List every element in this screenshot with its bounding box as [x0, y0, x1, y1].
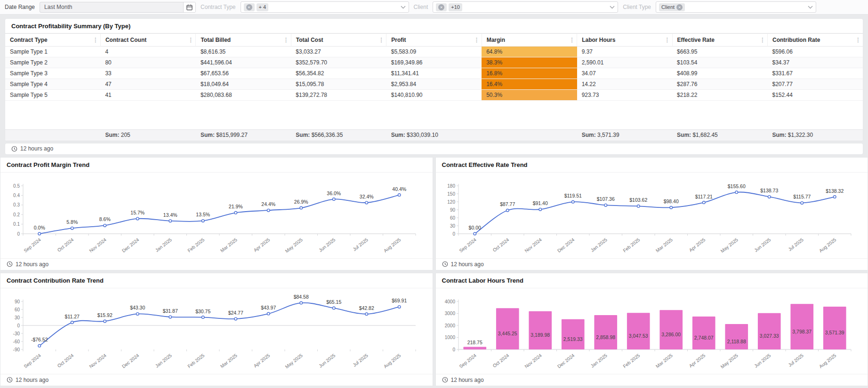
panel-title: Contract Labor Hours Trend [436, 273, 868, 288]
chevron-down-icon[interactable] [610, 6, 615, 9]
column-header-label: Labor Hours [582, 37, 615, 43]
contract-type-more-tag[interactable]: + 4 [257, 3, 269, 11]
contract-contribution-rate-trend-svg: -90-60-300306090Sep 2024Oct 2024Nov 2024… [0, 288, 433, 374]
client-select[interactable]: ✕ +10 [433, 1, 618, 13]
column-header: Profit⋮ [386, 34, 482, 47]
svg-text:-30: -30 [13, 331, 20, 336]
column-menu-icon[interactable]: ⋮ [474, 37, 480, 43]
svg-text:May 2025: May 2025 [719, 237, 739, 253]
panel-updated-text: 12 hours ago [451, 377, 484, 383]
table-row[interactable]: Sample Type 447$18,049.64$15,095.78$2,95… [5, 79, 863, 90]
svg-text:$115.77: $115.77 [793, 194, 811, 199]
svg-text:0.3: 0.3 [13, 202, 20, 207]
sum-cell: Sum: 3,571.39 [577, 130, 672, 141]
table-cell: $5,583.09 [386, 47, 482, 57]
contract-type-selected-tag[interactable]: ✕ [244, 3, 255, 11]
svg-text:Apr 2025: Apr 2025 [688, 237, 706, 253]
table-cell: 923.73 [577, 90, 672, 101]
client-more-tag[interactable]: +10 [449, 3, 462, 11]
column-header: Contract Type⋮ [5, 34, 100, 47]
svg-text:$0.00: $0.00 [468, 225, 481, 230]
filter-bar: Date Range Last Month Contract Type ✕ + … [0, 0, 868, 15]
svg-text:3,189.98: 3,189.98 [530, 332, 550, 338]
effective-rate-chart-canvas[interactable]: 0306090120150180Sep 2024Oct 2024Nov 2024… [436, 173, 868, 258]
panel-effective-rate-trend: Contract Effective Rate Trend 0306090120… [435, 157, 868, 270]
svg-text:Jul 2025: Jul 2025 [352, 237, 369, 252]
svg-text:-$76.52: -$76.52 [31, 337, 48, 342]
table-row[interactable]: Sample Type 541$280,083.68$139,272.78$14… [5, 90, 863, 101]
calendar-button[interactable] [183, 2, 195, 12]
svg-text:Jul 2025: Jul 2025 [787, 352, 804, 367]
sum-cell: Sum: $815,999.27 [196, 130, 291, 141]
svg-text:36.0%: 36.0% [327, 190, 341, 196]
column-menu-icon[interactable]: ⋮ [855, 37, 861, 43]
panel-updated-text: 12 hours ago [16, 261, 48, 268]
column-menu-icon[interactable]: ⋮ [665, 37, 670, 43]
svg-text:0: 0 [17, 231, 20, 236]
svg-text:Sep 2024: Sep 2024 [458, 352, 477, 369]
sum-cell: Sum: 205 [100, 130, 195, 141]
column-header-label: Contract Count [105, 37, 146, 43]
column-menu-icon[interactable]: ⋮ [283, 37, 289, 43]
table-header: Contract Type⋮Contract Count⋮Total Bille… [5, 34, 863, 47]
svg-text:4000: 4000 [444, 299, 455, 304]
svg-text:2,118.88: 2,118.88 [727, 338, 746, 344]
svg-text:0.1: 0.1 [13, 222, 20, 227]
table-row[interactable]: Sample Type 14$8,616.35$3,033.27$5,583.0… [5, 47, 863, 57]
margin-cell: 64.8% [482, 47, 577, 57]
table-cell: $441,596.04 [196, 57, 291, 68]
svg-text:May 2025: May 2025 [719, 352, 739, 369]
contribution-rate-chart-canvas[interactable]: -90-60-300306090Sep 2024Oct 2024Nov 2024… [0, 288, 433, 374]
svg-text:$87.77: $87.77 [500, 201, 515, 207]
column-menu-icon[interactable]: ⋮ [569, 37, 575, 43]
contract-type-label: Contract Type [201, 4, 235, 10]
svg-text:Jan 2025: Jan 2025 [589, 352, 608, 368]
svg-text:3,286.00: 3,286.00 [661, 332, 681, 337]
column-menu-icon[interactable]: ⋮ [378, 37, 384, 43]
table-cell: 14.22 [577, 79, 672, 90]
column-menu-icon[interactable]: ⋮ [188, 37, 193, 43]
svg-text:Dec 2024: Dec 2024 [121, 352, 140, 369]
table-cell: $331.67 [768, 68, 863, 79]
svg-text:180: 180 [447, 183, 455, 188]
svg-text:Feb 2025: Feb 2025 [186, 237, 205, 253]
svg-text:2000: 2000 [444, 323, 455, 328]
panel-updated-strip: 12 hours ago [0, 258, 433, 270]
table-row[interactable]: Sample Type 333$67,653.56$56,354.82$11,3… [5, 68, 863, 79]
client-type-select[interactable]: Client ✕ [656, 1, 816, 13]
calendar-icon [186, 4, 193, 10]
svg-text:-60: -60 [13, 339, 20, 344]
column-header: Contract Count⋮ [100, 34, 195, 47]
chevron-down-icon[interactable] [401, 6, 406, 9]
client-type-tag[interactable]: Client ✕ [659, 3, 685, 11]
contract-type-select[interactable]: ✕ + 4 [241, 1, 409, 13]
svg-text:$103.62: $103.62 [629, 197, 647, 203]
svg-text:60: 60 [15, 307, 20, 312]
column-header-label: Margin [487, 37, 505, 43]
svg-text:3,027.33: 3,027.33 [759, 333, 779, 339]
panel-title: Contract Effective Rate Trend [436, 158, 868, 173]
labor-hours-chart-canvas[interactable]: 01000200030004000Sep 2024Oct 2024Nov 202… [436, 288, 868, 374]
profit-margin-chart-canvas[interactable]: 00.10.20.30.40.5Sep 2024Oct 2024Nov 2024… [0, 173, 433, 258]
column-menu-icon[interactable]: ⋮ [93, 37, 98, 43]
date-range-input[interactable]: Last Month [40, 2, 196, 13]
table-row[interactable]: Sample Type 280$441,596.04$352,579.70$16… [5, 57, 863, 68]
panel-labor-hours-trend: Contract Labor Hours Trend 0100020003000… [435, 273, 868, 386]
margin-cell: 16.4% [482, 79, 577, 90]
date-range-value: Last Month [40, 4, 183, 10]
contract-labor-hours-trend-svg: 01000200030004000Sep 2024Oct 2024Nov 202… [436, 288, 868, 374]
table-cell: $18,049.64 [196, 79, 291, 90]
svg-text:15.7%: 15.7% [130, 209, 145, 215]
clock-icon [7, 261, 13, 267]
column-menu-icon[interactable]: ⋮ [760, 37, 765, 43]
remove-icon[interactable]: ✕ [246, 4, 252, 10]
svg-text:Jun 2025: Jun 2025 [753, 237, 772, 253]
chevron-down-icon[interactable] [808, 6, 813, 9]
client-selected-tag[interactable]: ✕ [436, 3, 447, 11]
remove-icon[interactable]: ✕ [676, 4, 683, 10]
remove-icon[interactable]: ✕ [438, 4, 444, 10]
svg-text:Jan 2025: Jan 2025 [589, 237, 608, 253]
table-cell: 80 [100, 57, 195, 68]
svg-text:3000: 3000 [444, 311, 455, 316]
table-cell: $15,095.78 [291, 79, 386, 90]
